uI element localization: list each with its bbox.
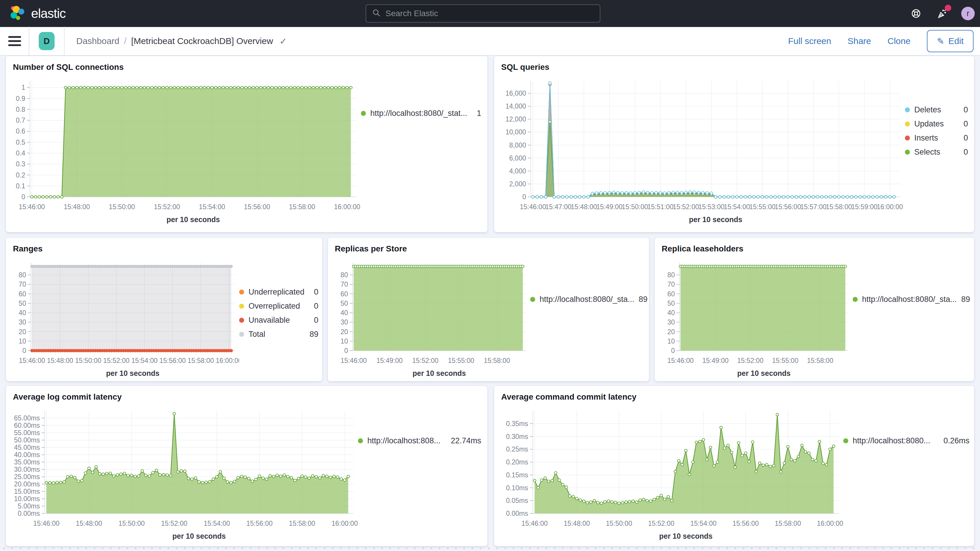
- legend-item[interactable]: Deletes0: [905, 105, 968, 115]
- legend-item[interactable]: Inserts0: [905, 134, 968, 143]
- svg-text:16:00:00: 16:00:00: [877, 203, 903, 211]
- legend-value: 0.26ms: [943, 436, 969, 445]
- svg-text:0.10ms: 0.10ms: [506, 484, 528, 492]
- svg-text:50: 50: [667, 299, 675, 307]
- legend-label: http://localhost:8080/_stat...: [370, 109, 467, 118]
- dashboard-app-badge[interactable]: D: [39, 32, 54, 50]
- svg-text:15:52:00: 15:52:00: [412, 357, 439, 365]
- svg-text:0.5: 0.5: [16, 139, 25, 146]
- svg-text:50: 50: [340, 299, 348, 307]
- series-color-dot: [853, 297, 858, 302]
- panel-replicas-per-store: Replicas per Store 15:46:0015:49:0015:52…: [328, 237, 649, 381]
- svg-text:10: 10: [340, 338, 348, 345]
- svg-text:15:46:00: 15:46:00: [340, 357, 367, 365]
- breadcrumb-dashboard[interactable]: Dashboard: [76, 36, 119, 46]
- legend-item[interactable]: Updates0: [905, 119, 968, 129]
- svg-text:10: 10: [667, 338, 675, 345]
- svg-text:40: 40: [667, 309, 675, 317]
- legend-label: Updates: [914, 119, 944, 129]
- svg-text:80: 80: [340, 271, 348, 279]
- legend-item[interactable]: Unavailable0: [239, 316, 318, 325]
- svg-text:6,000: 6,000: [509, 154, 526, 162]
- title-check-icon[interactable]: ✓: [280, 36, 287, 46]
- help-icon[interactable]: [910, 7, 923, 20]
- menu-icon[interactable]: [8, 34, 21, 48]
- svg-text:45.00ms: 45.00ms: [14, 444, 40, 451]
- legend-item[interactable]: Total89: [239, 330, 318, 339]
- svg-text:55.00ms: 55.00ms: [14, 429, 40, 436]
- svg-text:16:00:00: 16:00:00: [817, 519, 843, 527]
- panel-title: Number of SQL connections: [13, 62, 482, 72]
- svg-text:per 10 seconds: per 10 seconds: [659, 532, 713, 540]
- svg-text:15:48:00: 15:48:00: [564, 519, 590, 527]
- svg-text:80: 80: [19, 271, 26, 279]
- legend-item[interactable]: http://localhost:8080/_sta...89: [530, 295, 643, 304]
- svg-text:30: 30: [19, 318, 26, 326]
- svg-text:25.00ms: 25.00ms: [14, 473, 40, 481]
- series-color-dot: [239, 332, 244, 337]
- svg-text:5.00ms: 5.00ms: [18, 502, 40, 510]
- svg-text:15:54:00: 15:54:00: [132, 357, 158, 365]
- avg-command-commit-latency-chart[interactable]: 15:46:0015:48:0015:50:0015:52:0015:54:00…: [500, 403, 843, 541]
- svg-text:50: 50: [19, 299, 26, 307]
- edit-button[interactable]: ✎ Edit: [927, 30, 974, 52]
- svg-text:per 10 seconds: per 10 seconds: [689, 215, 742, 224]
- legend-label: Inserts: [914, 134, 938, 143]
- svg-text:70: 70: [19, 280, 26, 288]
- panel-title: Replicas per Store: [335, 244, 643, 253]
- svg-text:0.3: 0.3: [16, 160, 25, 168]
- user-avatar[interactable]: r: [961, 7, 975, 20]
- svg-text:80: 80: [667, 271, 675, 279]
- svg-text:4,000: 4,000: [509, 167, 526, 175]
- legend-item[interactable]: Overreplicated0: [239, 302, 318, 311]
- newsfeed-icon[interactable]: [935, 7, 948, 20]
- svg-text:8,000: 8,000: [509, 142, 526, 149]
- legend-item[interactable]: http://localhost:808...22.74ms: [358, 436, 481, 445]
- panel-sql-queries: SQL queries 15:46:0015:47:0015:48:0015:4…: [494, 56, 974, 233]
- legend-item[interactable]: http://localhost:8080/_stat...1: [361, 109, 481, 118]
- ranges-chart[interactable]: 15:46:0015:48:0015:50:0015:52:0015:54:00…: [12, 255, 239, 379]
- avg-log-commit-latency-chart[interactable]: 15:46:0015:48:0015:50:0015:52:0015:54:00…: [12, 403, 358, 541]
- series-color-dot: [361, 111, 366, 116]
- sql-queries-chart[interactable]: 15:46:0015:47:0015:48:0015:49:0015:50:00…: [500, 74, 905, 225]
- legend-value: 0: [314, 302, 318, 311]
- legend-label: Deletes: [914, 105, 941, 115]
- breadcrumb: Dashboard / [Metricbeat CockroachDB] Ove…: [76, 36, 287, 46]
- search-input[interactable]: [385, 9, 594, 18]
- clone-button[interactable]: Clone: [888, 36, 910, 46]
- svg-text:per 10 seconds: per 10 seconds: [737, 369, 791, 377]
- replica-leaseholders-chart[interactable]: 15:46:0015:49:0015:52:0015:55:0015:58:00…: [660, 255, 853, 379]
- sql-connections-chart[interactable]: 15:46:0015:48:0015:50:0015:52:0015:54:00…: [12, 74, 361, 225]
- replicas-per-store-chart[interactable]: 15:46:0015:49:0015:52:0015:55:0015:58:00…: [334, 255, 530, 379]
- svg-text:50.00ms: 50.00ms: [14, 436, 40, 444]
- svg-text:15:52:00: 15:52:00: [737, 357, 764, 365]
- legend-value: 22.74ms: [451, 436, 481, 445]
- legend-item[interactable]: Selects0: [905, 148, 968, 157]
- series-color-dot: [905, 150, 910, 154]
- svg-text:15.00ms: 15.00ms: [14, 487, 40, 495]
- svg-text:15:48:00: 15:48:00: [76, 519, 102, 527]
- legend-item[interactable]: http://localhost:8080/_sta...89: [853, 295, 970, 304]
- elastic-logo[interactable]: elastic: [0, 5, 66, 22]
- svg-text:15:59:00: 15:59:00: [851, 203, 878, 211]
- svg-text:15:54:00: 15:54:00: [199, 203, 225, 211]
- svg-text:10: 10: [19, 338, 26, 345]
- svg-text:0.9: 0.9: [16, 95, 25, 102]
- series-color-dot: [905, 121, 910, 126]
- legend-item[interactable]: http://localhost:8080...0.26ms: [843, 436, 969, 445]
- svg-text:40: 40: [340, 309, 348, 317]
- legend-item[interactable]: Underreplicated0: [239, 288, 318, 297]
- share-button[interactable]: Share: [848, 36, 871, 46]
- svg-text:15:58:00: 15:58:00: [807, 357, 833, 365]
- legend-label: http://localhost:8080...: [853, 436, 930, 445]
- panel-title: Replica leaseholders: [662, 244, 968, 253]
- global-search[interactable]: [366, 5, 600, 22]
- series-color-dot: [905, 135, 910, 140]
- svg-text:20.00ms: 20.00ms: [14, 480, 40, 488]
- svg-text:15:51:00: 15:51:00: [647, 203, 674, 211]
- svg-text:0: 0: [671, 347, 675, 354]
- notification-badge: [945, 5, 951, 11]
- svg-text:70: 70: [667, 280, 675, 288]
- full-screen-button[interactable]: Full screen: [788, 36, 831, 46]
- panel-title: Ranges: [13, 244, 316, 253]
